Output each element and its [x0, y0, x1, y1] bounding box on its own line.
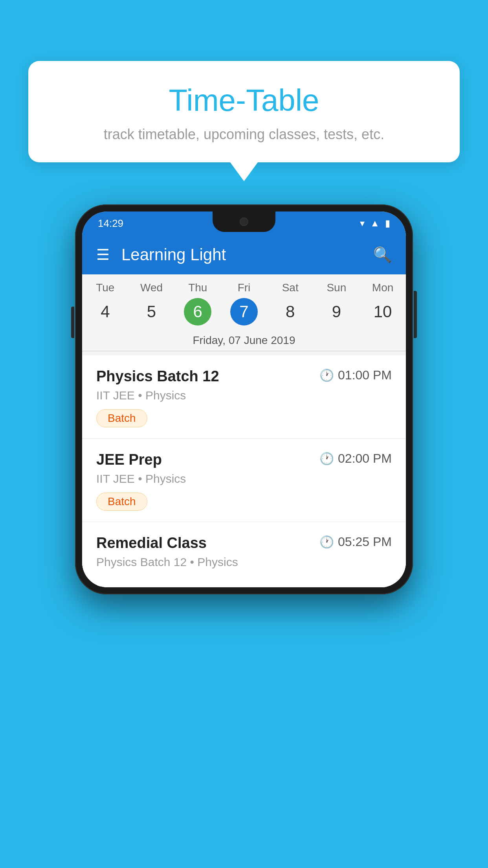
clock-icon: 🕐 [319, 535, 334, 549]
schedule-item-title: JEE Prep [96, 451, 162, 468]
status-time: 14:29 [98, 217, 123, 230]
day-number[interactable]: 7 [230, 298, 258, 326]
time-value: 01:00 PM [338, 368, 392, 383]
schedule-item-time: 🕐 05:25 PM [319, 535, 392, 549]
schedule-item-header: Physics Batch 12 🕐 01:00 PM [96, 368, 392, 385]
front-camera [240, 217, 248, 226]
day-name: Sat [282, 281, 299, 294]
app-bar-title: Learning Light [121, 245, 361, 264]
clock-icon: 🕐 [319, 368, 334, 382]
schedule-item-header: Remedial Class 🕐 05:25 PM [96, 535, 392, 552]
schedule-item[interactable]: JEE Prep 🕐 02:00 PM IIT JEE • Physics Ba… [82, 439, 406, 522]
day-col-tue[interactable]: Tue4 [86, 281, 125, 326]
app-feature-subtitle: track timetable, upcoming classes, tests… [52, 126, 436, 143]
day-number[interactable]: 4 [92, 298, 119, 326]
calendar-divider [82, 351, 406, 351]
schedule-item-time: 🕐 01:00 PM [319, 368, 392, 383]
schedule-item-subtitle: Physics Batch 12 • Physics [96, 555, 392, 569]
schedule-item[interactable]: Physics Batch 12 🕐 01:00 PM IIT JEE • Ph… [82, 355, 406, 439]
batch-tag: Batch [96, 409, 147, 427]
schedule-list: Physics Batch 12 🕐 01:00 PM IIT JEE • Ph… [82, 355, 406, 587]
search-icon[interactable]: 🔍 [373, 246, 392, 263]
volume-button [71, 307, 74, 338]
day-col-thu[interactable]: Thu6 [178, 281, 217, 326]
schedule-item-time: 🕐 02:00 PM [319, 451, 392, 466]
wifi-icon: ▾ [360, 218, 365, 229]
calendar-strip: Tue4Wed5Thu6Fri7Sat8Sun9Mon10 Friday, 07… [82, 274, 406, 355]
phone-notch [213, 211, 275, 232]
day-col-wed[interactable]: Wed5 [132, 281, 171, 326]
day-col-sat[interactable]: Sat8 [271, 281, 310, 326]
day-col-mon[interactable]: Mon10 [363, 281, 402, 326]
day-name: Thu [188, 281, 207, 294]
schedule-item-title: Physics Batch 12 [96, 368, 219, 385]
day-name: Wed [140, 281, 163, 294]
day-number[interactable]: 9 [323, 298, 350, 326]
day-number[interactable]: 8 [277, 298, 304, 326]
hamburger-icon[interactable]: ☰ [96, 247, 110, 262]
phone-mockup: 14:29 ▾ ▲ ▮ ☰ Learning Light 🔍 Tue4Wed5T… [75, 204, 413, 594]
day-number[interactable]: 6 [184, 298, 211, 326]
power-button [414, 291, 417, 338]
time-value: 02:00 PM [338, 451, 392, 466]
day-name: Fri [238, 281, 251, 294]
day-col-sun[interactable]: Sun9 [317, 281, 356, 326]
time-value: 05:25 PM [338, 535, 392, 549]
day-name: Mon [372, 281, 393, 294]
day-col-fri[interactable]: Fri7 [224, 281, 264, 326]
phone-screen: 14:29 ▾ ▲ ▮ ☰ Learning Light 🔍 Tue4Wed5T… [82, 211, 406, 587]
batch-tag: Batch [96, 493, 147, 511]
schedule-item-header: JEE Prep 🕐 02:00 PM [96, 451, 392, 468]
schedule-item[interactable]: Remedial Class 🕐 05:25 PM Physics Batch … [82, 522, 406, 587]
speech-bubble: Time-Table track timetable, upcoming cla… [28, 61, 460, 162]
schedule-item-subtitle: IIT JEE • Physics [96, 389, 392, 402]
app-feature-title: Time-Table [52, 83, 436, 118]
clock-icon: 🕐 [319, 452, 334, 465]
day-name: Sun [327, 281, 346, 294]
app-bar: ☰ Learning Light 🔍 [82, 235, 406, 274]
status-icons: ▾ ▲ ▮ [360, 218, 390, 229]
battery-icon: ▮ [385, 218, 390, 229]
selected-date-label: Friday, 07 June 2019 [82, 329, 406, 351]
days-row: Tue4Wed5Thu6Fri7Sat8Sun9Mon10 [82, 274, 406, 329]
schedule-item-title: Remedial Class [96, 535, 207, 552]
day-name: Tue [96, 281, 114, 294]
day-number[interactable]: 5 [138, 298, 165, 326]
phone-frame: 14:29 ▾ ▲ ▮ ☰ Learning Light 🔍 Tue4Wed5T… [75, 204, 413, 594]
day-number[interactable]: 10 [369, 298, 396, 326]
signal-icon: ▲ [370, 218, 380, 229]
schedule-item-subtitle: IIT JEE • Physics [96, 472, 392, 485]
